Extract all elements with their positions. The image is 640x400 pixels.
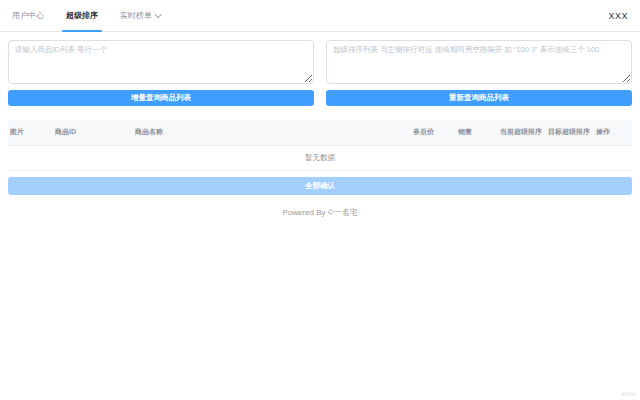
tab-super-sort-label: 超级排序 — [66, 10, 98, 21]
super-sort-list-input[interactable] — [326, 40, 632, 84]
table-empty-state: 暂无数据 — [8, 146, 632, 171]
query-buttons-row: 增量查询商品列表 重新查询商品列表 — [0, 90, 640, 106]
powered-by-text: Powered By ©一名宅 — [0, 207, 640, 218]
header-product-name: 商品名称 — [133, 127, 411, 138]
top-nav: 用户中心 超级排序 实时榜单 XXX — [0, 0, 640, 32]
header-target-super-sort: 目标超级排序 — [546, 127, 594, 138]
header-coupon-price: 券后价 — [411, 127, 456, 138]
tab-user-center-label: 用户中心 — [12, 10, 44, 21]
header-operation: 操作 — [594, 127, 632, 138]
product-table: 图片 商品ID 商品名称 券后价 销量 当前超级排序 目标超级排序 操作 暂无数… — [8, 120, 632, 171]
requery-button[interactable]: 重新查询商品列表 — [326, 90, 632, 106]
table-header-row: 图片 商品ID 商品名称 券后价 销量 当前超级排序 目标超级排序 操作 — [8, 120, 632, 146]
confirm-all-button[interactable]: 全部确认 — [8, 177, 632, 195]
chevron-down-icon — [155, 11, 162, 18]
incremental-query-button[interactable]: 增量查询商品列表 — [8, 90, 314, 106]
empty-text: 暂无数据 — [305, 153, 335, 163]
tab-realtime-ranking-label: 实时榜单 — [120, 10, 152, 21]
header-current-super-sort: 当前超级排序 — [498, 127, 546, 138]
active-tab-underline — [62, 30, 102, 32]
header-product-id: 商品ID — [53, 127, 133, 138]
header-sales: 销量 — [456, 127, 498, 138]
user-name: XXX — [608, 11, 628, 21]
tab-user-center[interactable]: 用户中心 — [12, 0, 44, 32]
input-row — [0, 40, 640, 84]
corner-watermark: #144 — [622, 391, 635, 397]
tab-realtime-ranking[interactable]: 实时榜单 — [120, 0, 160, 32]
header-image: 图片 — [8, 127, 53, 138]
product-id-list-input[interactable] — [8, 40, 314, 84]
tab-super-sort[interactable]: 超级排序 — [66, 0, 98, 32]
